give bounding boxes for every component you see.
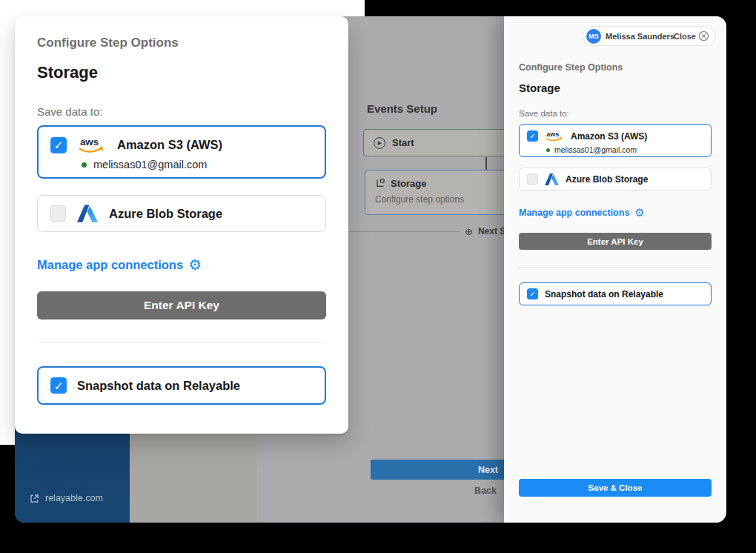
check-icon: ✓ xyxy=(54,380,64,391)
checkbox-azure-blob[interactable] xyxy=(527,173,538,185)
svg-text:aws: aws xyxy=(80,136,99,148)
step-sublabel: Configure step options xyxy=(375,194,515,205)
provider-label: Amazon S3 (AWS) xyxy=(571,131,647,142)
check-icon: ✓ xyxy=(529,133,535,140)
section-divider xyxy=(519,267,712,268)
provider-label: Amazon S3 (AWS) xyxy=(117,138,222,152)
snapshot-option-card[interactable]: ✓ Snapshot data on Relayable xyxy=(37,366,326,405)
gear-icon: ⚙ xyxy=(634,207,644,218)
save-close-button[interactable]: Save & Close xyxy=(519,479,712,497)
events-setup-heading: Events Setup xyxy=(367,102,437,115)
drawer-eyebrow: Configure Step Options xyxy=(519,62,712,73)
azure-logo-icon xyxy=(77,205,98,222)
provider-card-azure-blob[interactable]: Azure Blob Storage xyxy=(519,168,712,191)
site-link-label: relayable.com xyxy=(45,493,103,503)
close-tooltip-label: Close xyxy=(674,32,696,41)
provider-account: melissas01@gmail.com xyxy=(554,145,637,154)
enter-api-key-button[interactable]: Enter API Key xyxy=(37,291,326,319)
connected-dot xyxy=(546,148,550,152)
step-card-start[interactable]: ▶ Start xyxy=(363,129,516,156)
snapshot-label: Snapshot data on Relayable xyxy=(545,289,663,299)
drawer-title: Storage xyxy=(519,82,712,94)
step-options-modal: Configure Step Options Storage Save data… xyxy=(15,16,348,434)
play-icon: ▶ xyxy=(374,137,385,149)
manage-connections-link[interactable]: Manage app connections ⚙ xyxy=(37,257,326,272)
step-connector-line xyxy=(485,157,487,170)
save-data-label: Save data to: xyxy=(519,109,712,118)
save-data-label: Save data to: xyxy=(37,105,326,118)
site-link[interactable]: relayable.com xyxy=(30,493,103,503)
check-icon: ✓ xyxy=(529,291,535,298)
user-chip[interactable]: MS Melissa Saunders Close xyxy=(583,26,716,46)
checkbox-azure-blob[interactable] xyxy=(50,205,66,222)
manage-connections-label: Manage app connections xyxy=(519,208,629,218)
snapshot-option-card[interactable]: ✓ Snapshot data on Relayable xyxy=(519,282,712,305)
next-button[interactable]: Next xyxy=(371,460,519,480)
manage-connections-label: Manage app connections xyxy=(37,258,183,272)
back-button[interactable]: Back xyxy=(371,486,519,496)
enter-api-key-button[interactable]: Enter API Key xyxy=(519,233,712,250)
provider-label: Azure Blob Storage xyxy=(109,207,222,221)
step-options-drawer: MS Melissa Saunders Close Configure Step… xyxy=(504,16,726,523)
aws-logo-icon: aws xyxy=(77,136,107,154)
svg-text:aws: aws xyxy=(546,130,559,138)
avatar: MS xyxy=(586,29,601,44)
check-icon: ✓ xyxy=(54,139,64,150)
plus-circle-icon: ⊕ xyxy=(465,227,473,236)
provider-account: melissas01@gmail.com xyxy=(93,159,207,170)
checkbox-amazon-s3[interactable]: ✓ xyxy=(527,130,538,142)
provider-card-amazon-s3[interactable]: ✓ aws Amazon S3 (AWS) melissas01@gmail.c… xyxy=(519,124,712,157)
provider-label: Azure Blob Storage xyxy=(566,174,648,185)
manage-connections-link[interactable]: Manage app connections ⚙ xyxy=(519,207,712,218)
azure-logo-icon xyxy=(545,173,559,185)
provider-card-azure-blob[interactable]: Azure Blob Storage xyxy=(37,195,326,232)
gear-icon: ⚙ xyxy=(188,257,202,272)
checkbox-snapshot[interactable]: ✓ xyxy=(527,288,538,299)
external-link-icon xyxy=(30,494,39,503)
step-card-storage[interactable]: Storage Configure step options xyxy=(365,170,516,215)
provider-card-amazon-s3[interactable]: ✓ aws Amazon S3 (AWS) melissas01@gmail.c… xyxy=(37,125,326,179)
connected-dot xyxy=(82,162,87,168)
snapshot-label: Snapshot data on Relayable xyxy=(77,379,240,393)
storage-step-icon xyxy=(375,179,385,188)
modal-eyebrow: Configure Step Options xyxy=(37,36,326,50)
step-label: Storage xyxy=(391,178,426,189)
close-icon[interactable] xyxy=(698,30,709,42)
drawer-content: Configure Step Options Storage Save data… xyxy=(519,62,712,305)
next-step-divider xyxy=(350,231,460,232)
section-divider xyxy=(37,342,326,342)
checkbox-amazon-s3[interactable]: ✓ xyxy=(50,137,67,153)
checkbox-snapshot[interactable]: ✓ xyxy=(50,377,67,394)
step-label: Start xyxy=(392,137,414,148)
modal-title: Storage xyxy=(37,63,326,82)
stage: Events Setup ▶ Start Storage Configure s… xyxy=(0,0,756,553)
aws-logo-icon: aws xyxy=(545,130,564,142)
next-step-add[interactable]: ⊕ Next Step xyxy=(350,226,520,236)
